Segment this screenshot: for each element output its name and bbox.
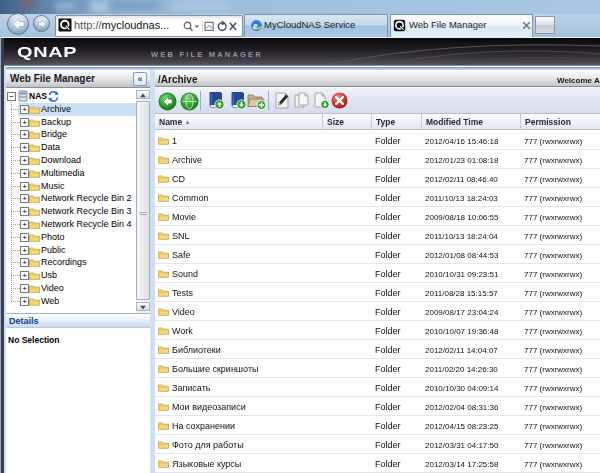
svg-text:e: e <box>253 21 257 31</box>
